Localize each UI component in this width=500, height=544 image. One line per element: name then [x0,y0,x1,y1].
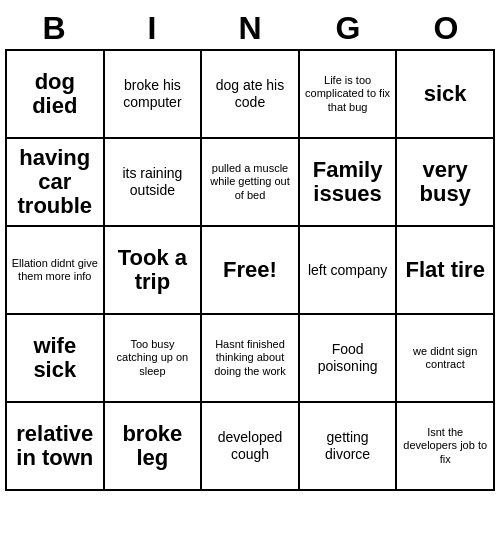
bingo-cell-8[interactable]: Family issues [300,139,398,227]
bingo-cell-23[interactable]: getting divorce [300,403,398,491]
header-n: N [201,8,299,49]
header-i: I [103,8,201,49]
header-b: B [5,8,103,49]
header-g: G [299,8,397,49]
bingo-grid: dog diedbroke his computerdog ate his co… [5,49,495,491]
bingo-cell-24[interactable]: Isnt the developers job to fix [397,403,495,491]
bingo-cell-10[interactable]: Ellation didnt give them more info [7,227,105,315]
bingo-cell-18[interactable]: Food poisoning [300,315,398,403]
bingo-header: B I N G O [5,8,495,49]
bingo-cell-4[interactable]: sick [397,51,495,139]
bingo-cell-2[interactable]: dog ate his code [202,51,300,139]
bingo-cell-12[interactable]: Free! [202,227,300,315]
bingo-cell-3[interactable]: Life is too complicated to fix that bug [300,51,398,139]
bingo-cell-1[interactable]: broke his computer [105,51,203,139]
bingo-cell-6[interactable]: its raining outside [105,139,203,227]
bingo-cell-20[interactable]: relative in town [7,403,105,491]
bingo-cell-17[interactable]: Hasnt finished thinking about doing the … [202,315,300,403]
bingo-cell-19[interactable]: we didnt sign contract [397,315,495,403]
header-o: O [397,8,495,49]
bingo-cell-21[interactable]: broke leg [105,403,203,491]
bingo-cell-13[interactable]: left company [300,227,398,315]
bingo-cell-9[interactable]: very busy [397,139,495,227]
bingo-cell-22[interactable]: developed cough [202,403,300,491]
bingo-cell-5[interactable]: having car trouble [7,139,105,227]
bingo-cell-14[interactable]: Flat tire [397,227,495,315]
bingo-cell-15[interactable]: wife sick [7,315,105,403]
bingo-cell-0[interactable]: dog died [7,51,105,139]
bingo-card: B I N G O dog diedbroke his computerdog … [5,8,495,491]
bingo-cell-16[interactable]: Too busy catching up on sleep [105,315,203,403]
bingo-cell-7[interactable]: pulled a muscle while getting out of bed [202,139,300,227]
bingo-cell-11[interactable]: Took a trip [105,227,203,315]
